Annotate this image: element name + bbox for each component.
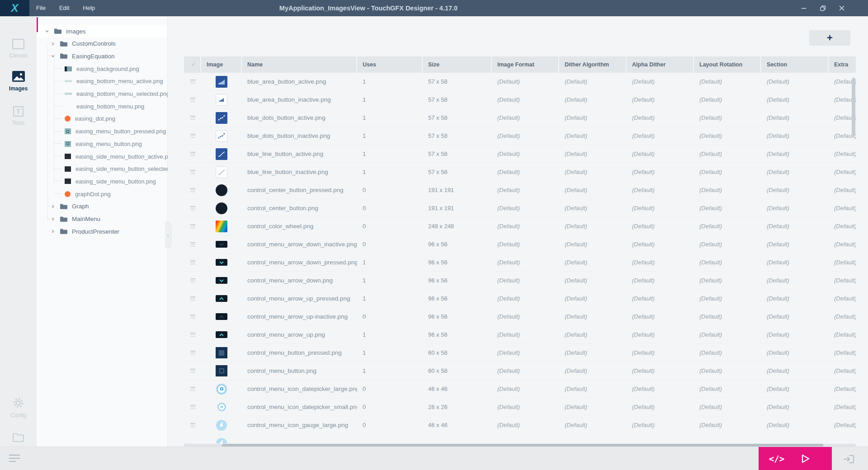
image-setting-default[interactable]: (Default) <box>829 187 856 193</box>
tree-item-productpresenter[interactable]: ProductPresenter <box>37 225 167 238</box>
table-row[interactable]: blue_area_button_inactive.png157 x 58(De… <box>184 91 856 109</box>
image-setting-default[interactable]: (Default) <box>492 132 559 139</box>
image-setting-default[interactable]: (Default) <box>829 169 856 175</box>
image-setting-default[interactable]: (Default) <box>761 313 829 320</box>
drag-handle-icon[interactable] <box>190 405 195 409</box>
table-row[interactable]: control_color_wheel.png0248 x 248(Defaul… <box>184 217 856 235</box>
image-setting-default[interactable]: (Default) <box>559 313 627 320</box>
tree-item-easing_side_menu_button_selected[interactable]: easing_side_menu_button_selected.png <box>37 163 167 175</box>
image-setting-default[interactable]: (Default) <box>829 205 856 212</box>
drag-handle-icon[interactable] <box>190 423 195 427</box>
image-setting-default[interactable]: (Default) <box>761 367 829 374</box>
image-setting-default[interactable]: (Default) <box>627 385 694 392</box>
chevron-down-icon[interactable] <box>51 55 55 57</box>
image-setting-default[interactable]: (Default) <box>694 169 761 175</box>
image-setting-default[interactable]: (Default) <box>627 367 694 374</box>
image-setting-default[interactable]: (Default) <box>829 313 856 320</box>
image-setting-default[interactable]: (Default) <box>492 404 559 410</box>
image-setting-default[interactable]: (Default) <box>492 187 559 193</box>
image-setting-default[interactable]: (Default) <box>694 404 761 410</box>
chevron-right-icon[interactable] <box>52 42 54 46</box>
drag-handle-icon[interactable] <box>190 315 195 319</box>
table-row[interactable]: control_menu_arrow_down.png196 x 56(Defa… <box>184 272 856 290</box>
table-row[interactable]: control_menu_arrow_down_inactive.png096 … <box>184 235 856 254</box>
image-setting-default[interactable]: (Default) <box>627 313 694 320</box>
table-row[interactable]: blue_line_button_active.png157 x 58(Defa… <box>184 145 856 163</box>
image-setting-default[interactable]: (Default) <box>492 205 559 212</box>
drag-handle-icon[interactable] <box>190 188 195 192</box>
image-setting-default[interactable]: (Default) <box>627 78 694 85</box>
image-setting-default[interactable]: (Default) <box>627 404 694 410</box>
table-row[interactable]: control_menu_arrow_up_pressed.png196 x 5… <box>184 290 856 308</box>
image-setting-default[interactable]: (Default) <box>559 241 627 248</box>
image-setting-default[interactable]: (Default) <box>492 259 559 266</box>
image-setting-default[interactable]: (Default) <box>761 114 829 121</box>
drag-handle-icon[interactable] <box>190 296 195 301</box>
run-simulator-button[interactable] <box>791 447 820 470</box>
tree-item-graphdot[interactable]: graphDot.png <box>37 188 167 200</box>
image-setting-default[interactable]: (Default) <box>761 295 829 302</box>
image-setting-default[interactable]: (Default) <box>559 187 627 193</box>
table-row[interactable]: control_menu_icon_datepicker_small.png02… <box>184 398 856 416</box>
drag-handle-icon[interactable] <box>190 387 195 391</box>
image-setting-default[interactable]: (Default) <box>694 295 761 302</box>
image-setting-default[interactable]: (Default) <box>492 367 559 374</box>
column-header-image-format[interactable]: Image Format <box>492 56 559 73</box>
image-setting-default[interactable]: (Default) <box>694 313 761 320</box>
image-setting-default[interactable]: (Default) <box>627 241 694 248</box>
tree-item-easing_side_menu_button_active[interactable]: easing_side_menu_button_active.png <box>37 150 167 163</box>
drag-handle-icon[interactable] <box>190 116 195 120</box>
image-setting-default[interactable]: (Default) <box>829 295 856 302</box>
image-setting-default[interactable]: (Default) <box>829 367 856 374</box>
image-setting-default[interactable]: (Default) <box>559 78 627 85</box>
drag-handle-icon[interactable] <box>190 242 195 246</box>
image-setting-default[interactable]: (Default) <box>829 385 856 392</box>
table-row[interactable]: control_menu_arrow_up-inactive.png096 x … <box>184 308 856 326</box>
generate-code-button[interactable]: </> <box>762 447 791 470</box>
image-setting-default[interactable]: (Default) <box>559 114 627 121</box>
table-row[interactable]: control_center_button_pressed.png0191 x … <box>184 181 856 199</box>
image-setting-default[interactable]: (Default) <box>492 295 559 302</box>
drag-handle-icon[interactable] <box>190 80 195 84</box>
image-setting-default[interactable]: (Default) <box>559 223 627 230</box>
drag-handle-icon[interactable] <box>190 333 195 337</box>
sidebar-item-config[interactable]: Config <box>0 397 37 418</box>
drag-handle-icon[interactable] <box>190 369 195 373</box>
select-all-header[interactable]: ✓ <box>184 56 201 73</box>
tree-item-easing_bottom_menu_active[interactable]: easing_bottom_menu_active.png <box>37 75 167 88</box>
image-setting-default[interactable]: (Default) <box>761 78 829 85</box>
tree-item-easingequation[interactable]: EasingEquation <box>37 50 167 62</box>
table-row[interactable]: blue_dots_button_inactive.png157 x 58(De… <box>184 127 856 145</box>
image-setting-default[interactable]: (Default) <box>627 259 694 266</box>
image-setting-default[interactable]: (Default) <box>492 223 559 230</box>
image-setting-default[interactable]: (Default) <box>627 331 694 338</box>
image-setting-default[interactable]: (Default) <box>694 367 761 374</box>
column-header-alpha-dither[interactable]: Alpha Dither <box>627 56 694 73</box>
image-setting-default[interactable]: (Default) <box>492 331 559 338</box>
sidebar-item-texts[interactable]: TTexts <box>0 106 37 126</box>
image-setting-default[interactable]: (Default) <box>627 422 694 428</box>
image-setting-default[interactable]: (Default) <box>694 205 761 212</box>
drag-handle-icon[interactable] <box>190 152 195 156</box>
image-setting-default[interactable]: (Default) <box>761 404 829 410</box>
image-setting-default[interactable]: (Default) <box>627 114 694 121</box>
drag-handle-icon[interactable] <box>190 278 195 282</box>
chevron-right-icon[interactable] <box>52 217 54 221</box>
tree-item-mainmenu[interactable]: MainMenu <box>37 213 167 226</box>
tree-item-easing_menu_button_pressed[interactable]: easing_menu_button_pressed.png <box>37 125 167 138</box>
image-setting-default[interactable]: (Default) <box>829 277 856 284</box>
image-setting-default[interactable]: (Default) <box>492 277 559 284</box>
image-setting-default[interactable]: (Default) <box>829 349 856 356</box>
tree-item-easing_bottom_menu_selected[interactable]: easing_bottom_menu_selected.png <box>37 88 167 100</box>
image-setting-default[interactable]: (Default) <box>627 223 694 230</box>
image-setting-default[interactable]: (Default) <box>559 132 627 139</box>
table-row[interactable]: control_menu_icon_gauge_large.png046 x 4… <box>184 416 856 434</box>
image-setting-default[interactable]: (Default) <box>627 187 694 193</box>
restore-button[interactable] <box>817 3 828 14</box>
column-header-name[interactable]: Name <box>242 56 357 73</box>
image-setting-default[interactable]: (Default) <box>559 331 627 338</box>
image-setting-default[interactable]: (Default) <box>492 150 559 157</box>
table-row[interactable] <box>184 434 856 443</box>
table-row[interactable]: blue_area_button_active.png157 x 58(Defa… <box>184 73 856 91</box>
image-setting-default[interactable]: (Default) <box>559 385 627 392</box>
